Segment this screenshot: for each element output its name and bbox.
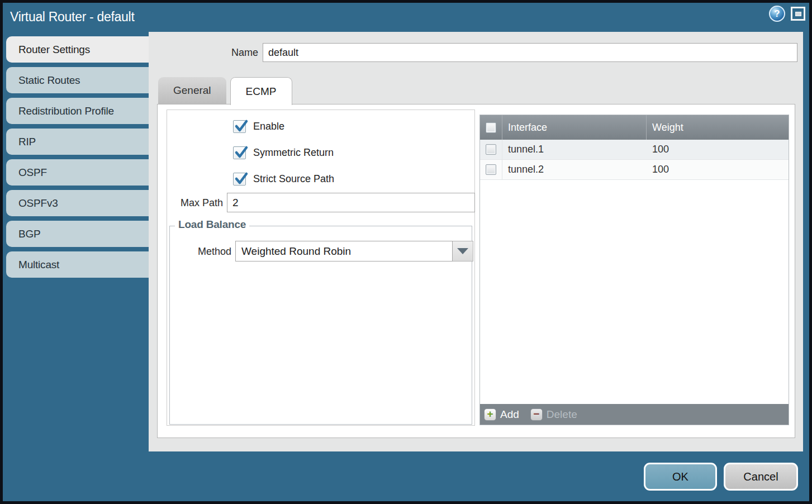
restore-window-icon[interactable]: [791, 7, 805, 21]
table-toolbar: + Add − Delete: [480, 404, 789, 425]
delete-minus-icon: −: [530, 408, 543, 421]
virtual-router-dialog: Virtual Router - default ? Router Settin…: [0, 0, 812, 504]
strict-source-path-checkbox[interactable]: Strict Source Path: [233, 170, 334, 187]
check-icon: [234, 172, 249, 187]
sidebar-item-ospf[interactable]: OSPF: [6, 159, 149, 186]
add-button[interactable]: + Add: [484, 408, 519, 421]
check-icon: [234, 119, 249, 134]
max-path-label: Max Path: [167, 197, 223, 209]
delete-label: Delete: [547, 408, 577, 421]
checkbox-box: [233, 120, 246, 133]
row-checkbox[interactable]: [486, 164, 496, 175]
row-checkbox[interactable]: [486, 144, 496, 155]
load-balance-fieldset: Load Balance Method: [169, 226, 472, 425]
chevron-down-icon: [457, 248, 468, 254]
enable-checkbox[interactable]: Enable: [233, 118, 334, 135]
symmetric-return-checkbox[interactable]: Symmetric Return: [233, 144, 334, 161]
sidebar-item-bgp[interactable]: BGP: [6, 221, 149, 247]
content-area: Name General ECMP Enable: [149, 32, 803, 451]
ecmp-interface-table: Interface Weight tunnel.1 100 tunnel.2 1…: [479, 115, 789, 425]
table-header: Interface Weight: [480, 115, 789, 140]
ecmp-form-panel: Enable Symmetric Return Strict Source Pa…: [167, 110, 475, 426]
tab-general[interactable]: General: [158, 77, 226, 104]
sidebar-item-router-settings[interactable]: Router Settings: [6, 36, 149, 63]
sidebar-item-static-routes[interactable]: Static Routes: [6, 67, 149, 93]
row-checkbox-cell: [480, 160, 502, 179]
name-label: Name: [149, 47, 258, 59]
table-row[interactable]: tunnel.1 100: [480, 140, 789, 160]
sidebar-item-multicast[interactable]: Multicast: [6, 251, 149, 278]
ecmp-panel: Enable Symmetric Return Strict Source Pa…: [157, 104, 795, 438]
row-checkbox-cell: [480, 140, 502, 159]
max-path-input[interactable]: [227, 193, 475, 212]
table-row[interactable]: tunnel.2 100: [480, 160, 789, 180]
help-icon[interactable]: ?: [769, 6, 785, 22]
delete-button[interactable]: − Delete: [530, 408, 577, 421]
sidebar-item-ospfv3[interactable]: OSPFv3: [6, 190, 149, 216]
dialog-title: Virtual Router - default: [10, 9, 135, 25]
weight-cell: 100: [647, 140, 789, 159]
restore-inner-rect: [795, 12, 801, 16]
select-all-checkbox[interactable]: [486, 122, 496, 133]
check-icon: [234, 145, 249, 160]
checkbox-box: [233, 173, 246, 186]
sidebar: Router Settings Static Routes Redistribu…: [3, 32, 149, 501]
interface-cell: tunnel.1: [502, 140, 647, 159]
tab-ecmp[interactable]: ECMP: [230, 77, 292, 105]
add-plus-icon: +: [484, 408, 496, 421]
checkbox-label: Strict Source Path: [253, 173, 334, 185]
load-balance-legend: Load Balance: [175, 218, 249, 231]
name-input[interactable]: [263, 43, 797, 62]
sidebar-item-redistribution-profile[interactable]: Redistribution Profile: [6, 98, 149, 124]
table-empty-area: [480, 180, 789, 404]
method-label: Method: [170, 246, 231, 258]
checkbox-label: Enable: [253, 121, 284, 132]
cancel-button[interactable]: Cancel: [724, 463, 798, 491]
method-value-input[interactable]: [235, 241, 453, 261]
add-label: Add: [500, 408, 519, 421]
method-dropdown: [235, 241, 473, 261]
ecmp-checkbox-group: Enable Symmetric Return Strict Source Pa…: [233, 118, 334, 187]
weight-cell: 100: [647, 160, 789, 179]
help-glyph: ?: [774, 8, 780, 20]
method-dropdown-button[interactable]: [453, 241, 473, 261]
interface-column-header: Interface: [502, 115, 647, 140]
title-bar: Virtual Router - default ?: [3, 3, 809, 32]
header-checkbox-cell: [480, 115, 502, 140]
form-tab-strip: General ECMP: [158, 77, 292, 104]
sidebar-item-rip[interactable]: RIP: [6, 129, 149, 155]
checkbox-label: Symmetric Return: [253, 147, 334, 159]
weight-column-header: Weight: [647, 115, 789, 140]
ok-button[interactable]: OK: [644, 463, 717, 491]
checkbox-box: [233, 146, 246, 159]
interface-cell: tunnel.2: [502, 160, 647, 179]
